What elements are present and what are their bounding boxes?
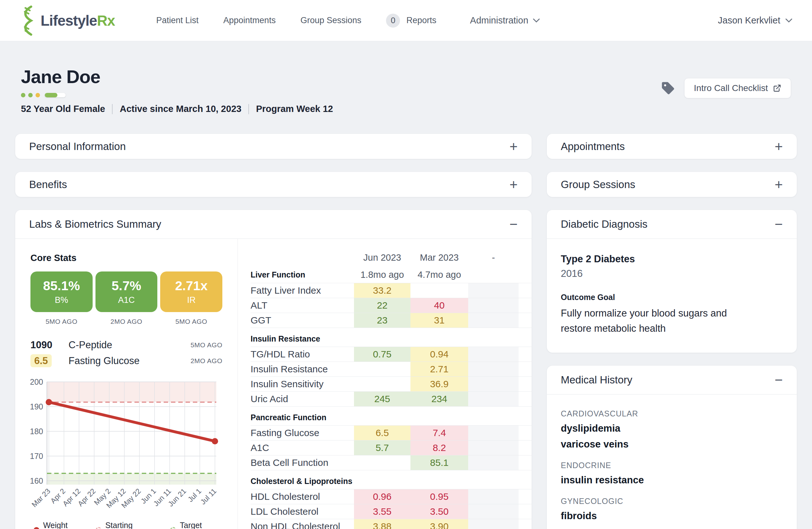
lab-row-fasting-glucose: Fasting Glucose 6.57.4 [250, 426, 532, 441]
labs-biometrics-header[interactable]: Labs & Biometrics Summary − [15, 210, 532, 238]
section-header-row: Cholesterol & Lipoproteins [250, 470, 532, 489]
group-sessions-card: Group Sessions + [547, 172, 797, 197]
lab-empty-third-col [468, 519, 519, 529]
lab-value-cell: 234 [410, 392, 468, 406]
chevron-down-icon [785, 18, 792, 23]
card-title: Medical History [561, 374, 633, 386]
diabetic-diagnosis-card: Diabetic Diagnosis − Type 2 Diabetes 201… [547, 210, 797, 353]
spacer [354, 407, 410, 425]
extra-stat-row: 6.5 Fasting Glucose 2MO AGO [30, 355, 222, 367]
diabetic-diagnosis-header[interactable]: Diabetic Diagnosis − [547, 210, 797, 238]
reports-count-badge: 0 [386, 14, 400, 28]
patient-program-week: Program Week 12 [256, 104, 333, 114]
spacer [410, 470, 468, 489]
spacer [468, 267, 519, 283]
section-name: Liver Function [250, 267, 354, 283]
lab-empty-cell [354, 362, 410, 377]
lab-empty-third-col [468, 298, 519, 313]
legend-item: Starting (191.8) [96, 521, 160, 529]
card-title: Benefits [29, 179, 67, 191]
lab-empty-third-col [468, 347, 519, 362]
medical-history-card: Medical History − CARDIOVASCULAR dyslipi… [547, 366, 797, 529]
core-stat-ago-labels: 5MO AGO2MO AGO5MO AGO [30, 318, 222, 325]
extra-stat-label: Fasting Glucose [69, 355, 140, 367]
lab-empty-third-col [468, 283, 519, 298]
lab-name: Insulin Sensitivity [250, 377, 354, 391]
diagnosis-year: 2016 [561, 268, 783, 279]
stat-ago-label: 5MO AGO [30, 318, 92, 325]
lab-value-cell: 33.2 [354, 283, 410, 298]
collapse-icon[interactable]: − [774, 373, 783, 387]
labs-table: Jun 2023 Mar 2023 - Liver Function 1.8mo… [238, 239, 532, 529]
lab-row-ggt: GGT 2331 [250, 313, 532, 328]
expand-icon[interactable]: + [774, 139, 783, 153]
spacer [354, 328, 410, 347]
medical-history-header[interactable]: Medical History − [547, 366, 797, 394]
chart-legend: Weight (lbs)Starting (191.8)Target (163) [30, 521, 222, 529]
appointments-header[interactable]: Appointments + [547, 134, 797, 159]
expand-icon[interactable]: + [509, 139, 518, 153]
nav-item-administration[interactable]: Administration [470, 15, 540, 26]
stat-value: 5.7% [112, 278, 141, 293]
core-stat-tiles: 85.1% B% 5.7% A1C 2.71x IR [30, 271, 222, 312]
benefits-header[interactable]: Benefits + [15, 172, 532, 197]
lab-value-cell: 31 [410, 313, 468, 328]
lab-row-uric-acid: Uric Acid 245234 [250, 392, 532, 407]
svg-text:170: 170 [30, 452, 43, 460]
top-nav: LifestyleRx Patient List Appointments Gr… [0, 0, 812, 41]
user-name: Jason Kerkvliet [718, 15, 780, 26]
lab-name: Insulin Resistance [250, 362, 354, 377]
nav-items: Patient List Appointments Group Sessions… [156, 14, 539, 28]
lab-value-cell: 36.9 [410, 377, 468, 391]
lab-empty-third-col [468, 377, 519, 391]
extra-stat-value-wrap: 1090 [30, 339, 69, 351]
external-link-icon [773, 84, 781, 92]
nav-item-group-sessions[interactable]: Group Sessions [300, 16, 361, 25]
lab-row-a1c: A1C 5.78.2 [250, 441, 532, 455]
col-header-jun: Jun 2023 [354, 248, 410, 267]
lab-value-cell: 3.50 [410, 504, 468, 519]
personal-information-header[interactable]: Personal Information + [15, 134, 532, 159]
group-sessions-header[interactable]: Group Sessions + [547, 172, 797, 197]
dna-helix-icon [20, 5, 36, 36]
patient-status-dots [21, 93, 333, 97]
history-category-label: CARDIOVASCULAR [561, 409, 783, 418]
lab-name: LDL Cholesterol [250, 504, 354, 519]
nav-item-appointments[interactable]: Appointments [223, 16, 276, 25]
lab-value-cell: 245 [354, 392, 410, 406]
lab-name: TG/HDL Ratio [250, 347, 354, 362]
stat-tile-b: 85.1% B% [30, 271, 92, 312]
divider [248, 104, 249, 114]
history-category-label: GYNECOLOGIC [561, 497, 783, 506]
extra-stat-value: 6.5 [30, 354, 52, 367]
patient-active-since: Active since March 10, 2023 [119, 104, 241, 114]
lab-name: GGT [250, 313, 354, 328]
lab-empty-third-col [468, 362, 519, 377]
history-category: GYNECOLOGIC fibroids [561, 497, 783, 522]
checklist-button-label: Intro Call Checklist [694, 83, 768, 93]
history-category-label: ENDOCRINE [561, 461, 783, 470]
collapse-icon[interactable]: − [509, 217, 518, 231]
lab-value-cell: 3.55 [354, 504, 410, 519]
svg-text:190: 190 [30, 402, 43, 411]
stat-tile-a1c: 5.7% A1C [96, 271, 158, 312]
weight-chart: 160170180190200Mar 23Apr 2Apr 12Apr 22Ma… [30, 378, 222, 519]
collapse-icon[interactable]: − [774, 217, 783, 231]
appointments-card: Appointments + [547, 134, 797, 159]
lab-row-insulin-sensitivity: Insulin Sensitivity 36.9 [250, 377, 532, 392]
section-header-row: Liver Function 1.8mo ago 4.7mo ago [250, 267, 532, 283]
lab-row-alt: ALT 2240 [250, 298, 532, 313]
spacer [354, 470, 410, 489]
intro-call-checklist-button[interactable]: Intro Call Checklist [684, 78, 791, 98]
user-menu[interactable]: Jason Kerkvliet [718, 15, 792, 26]
nav-item-patient-list[interactable]: Patient List [156, 16, 199, 25]
expand-icon[interactable]: + [774, 178, 783, 192]
lab-value-cell: 0.95 [410, 489, 468, 504]
legend-swatch-icon [96, 527, 102, 529]
history-category: ENDOCRINE insulin resistance [561, 461, 783, 486]
nav-item-reports[interactable]: Reports [406, 16, 436, 25]
brand-logo[interactable]: LifestyleRx [20, 5, 115, 36]
extra-stat-label: C-Peptide [69, 339, 112, 351]
expand-icon[interactable]: + [509, 178, 518, 192]
tag-icon[interactable] [661, 81, 675, 95]
